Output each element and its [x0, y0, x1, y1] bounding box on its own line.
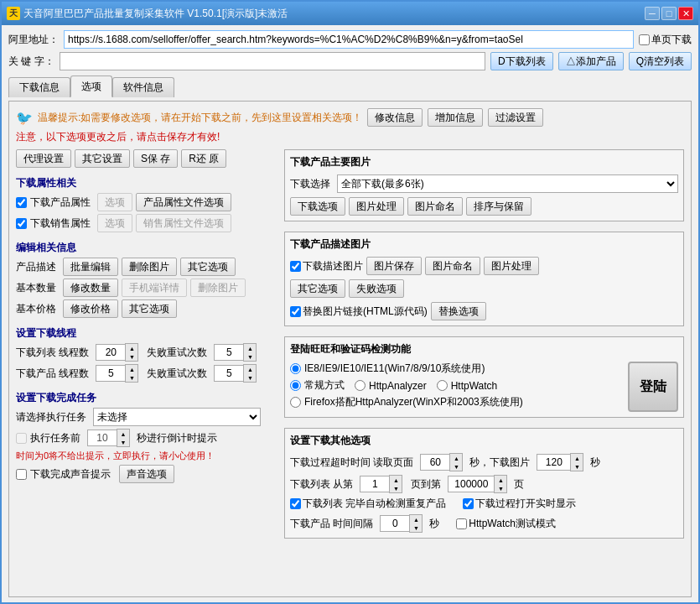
- add-info-button[interactable]: 增加信息: [428, 108, 483, 127]
- tab-options[interactable]: 选项: [70, 76, 112, 97]
- radio-firefox[interactable]: [290, 397, 301, 408]
- timeout-read-up[interactable]: ▲: [450, 454, 462, 462]
- thread-list-up[interactable]: ▲: [126, 344, 137, 352]
- list-from-input[interactable]: [360, 476, 389, 492]
- single-page-checkbox[interactable]: [639, 34, 650, 45]
- desc-other2-button[interactable]: 其它选项: [290, 279, 345, 298]
- price-other-button[interactable]: 其它选项: [122, 299, 177, 318]
- interval-down[interactable]: ▼: [410, 523, 422, 532]
- realtime-display-checkbox[interactable]: [463, 498, 474, 509]
- thread-list-retry-down[interactable]: ▼: [244, 352, 256, 361]
- sales-select-button[interactable]: 选项: [97, 214, 132, 232]
- download-list-button[interactable]: D下载列表: [490, 52, 553, 70]
- clear-list-button[interactable]: Q清空列表: [629, 52, 692, 70]
- thread-list-retry-up[interactable]: ▲: [244, 344, 256, 352]
- url-input[interactable]: [64, 30, 634, 49]
- delete-images-button[interactable]: 删除图片: [122, 258, 177, 276]
- download-sales-attr-checkbox[interactable]: [16, 218, 27, 229]
- thread-product-retry-down[interactable]: ▼: [244, 373, 256, 382]
- radio-watch[interactable]: [437, 380, 448, 391]
- desc-process-button[interactable]: 图片处理: [484, 257, 539, 275]
- attr-select-button[interactable]: 选项: [97, 193, 132, 211]
- download-product-attr-label: 下载产品属性: [30, 195, 91, 210]
- thread-list-input[interactable]: [96, 344, 125, 361]
- other-options-button[interactable]: 其它选项: [180, 258, 236, 276]
- delete-qty-img-button[interactable]: 删除图片: [190, 279, 246, 297]
- batch-edit-button[interactable]: 批量编辑: [63, 258, 118, 276]
- interval-up[interactable]: ▲: [410, 515, 422, 523]
- thread-label: 设置下载线程: [16, 326, 276, 341]
- list-from-down[interactable]: ▼: [390, 484, 402, 492]
- timeout-img-input[interactable]: [537, 454, 570, 471]
- interval-input[interactable]: [380, 515, 409, 532]
- download-options-button[interactable]: 下载选项: [290, 197, 345, 216]
- timeout-read-down[interactable]: ▼: [450, 462, 462, 471]
- single-page-checkbox-row: 单页下载: [639, 33, 692, 47]
- list-to-up[interactable]: ▲: [495, 476, 506, 484]
- download-product-attr-checkbox[interactable]: [16, 197, 27, 208]
- minimize-button[interactable]: ─: [645, 7, 660, 20]
- modify-qty-button[interactable]: 修改数量: [63, 279, 118, 297]
- tab-software-info[interactable]: 软件信息: [112, 77, 174, 97]
- replace-link-checkbox[interactable]: [290, 306, 301, 317]
- sound-options-button[interactable]: 声音选项: [119, 465, 174, 483]
- maximize-button[interactable]: □: [661, 7, 677, 20]
- before-task-down[interactable]: ▼: [117, 438, 129, 446]
- timeout-read-input[interactable]: [420, 454, 449, 471]
- task-select[interactable]: 未选择关机重启休眠: [93, 408, 261, 426]
- restore-button[interactable]: R还 原: [181, 149, 226, 168]
- thread-list-down[interactable]: ▼: [126, 352, 137, 361]
- before-task-checkbox[interactable]: [16, 433, 27, 444]
- image-process-button[interactable]: 图片处理: [349, 197, 404, 216]
- download-desc-checkbox[interactable]: [290, 261, 301, 272]
- thread-list-retry-spinner: ▲ ▼: [214, 343, 257, 362]
- attr-file-button[interactable]: 产品属性文件选项: [136, 193, 231, 211]
- other-settings-button[interactable]: 其它设置: [75, 149, 130, 168]
- sales-file-button[interactable]: 销售属性文件选项: [136, 214, 231, 232]
- timeout-img-down[interactable]: ▼: [571, 462, 583, 471]
- desc-fail-button[interactable]: 失败选项: [349, 279, 404, 298]
- modify-price-button[interactable]: 修改价格: [63, 299, 118, 318]
- auto-detect-checkbox[interactable]: [290, 498, 301, 509]
- list-range-row: 下载列表 从第 ▲ ▼ 页到第: [290, 475, 678, 493]
- sales-attr-row: 下载销售属性 选项 销售属性文件选项: [16, 214, 276, 232]
- save-button[interactable]: S保 存: [133, 149, 178, 168]
- list-to-down[interactable]: ▼: [495, 484, 506, 492]
- thread-product-input[interactable]: [96, 365, 125, 382]
- sound-checkbox[interactable]: [16, 469, 27, 480]
- thread-product-retry-up[interactable]: ▲: [244, 365, 256, 373]
- desc-name-button[interactable]: 图片命名: [425, 257, 480, 275]
- proxy-settings-button[interactable]: 代理设置: [16, 149, 71, 168]
- tab-download-info[interactable]: 下载信息: [8, 77, 70, 97]
- radio-ie-label: IE8/IE9/IE10/IE11(Win7/8/9/10系统使用): [304, 362, 485, 376]
- replace-options-button[interactable]: 替换选项: [431, 302, 486, 320]
- close-button[interactable]: ✕: [678, 7, 693, 20]
- modify-info-button[interactable]: 修改信息: [367, 108, 423, 127]
- keyword-input[interactable]: [60, 52, 485, 70]
- before-task-up[interactable]: ▲: [117, 430, 129, 438]
- login-button[interactable]: 登陆: [628, 362, 678, 412]
- radio-http[interactable]: [355, 380, 366, 391]
- phone-detail-button[interactable]: 手机端详情: [122, 279, 187, 297]
- login-title: 登陆旺旺和验证码检测功能: [290, 342, 678, 357]
- list-from-up[interactable]: ▲: [390, 476, 402, 484]
- filter-settings-button[interactable]: 过滤设置: [488, 108, 543, 127]
- httpwatch-checkbox[interactable]: [456, 518, 467, 529]
- options-two-col: 代理设置 其它设置 S保 存 R还 原 下载属性相关 下载产品属性 选项 产品属…: [16, 149, 684, 544]
- thread-product-down[interactable]: ▼: [126, 373, 137, 382]
- product-attr-row: 下载产品属性 选项 产品属性文件选项: [16, 193, 276, 211]
- thread-product-retry-input[interactable]: [214, 365, 243, 382]
- desc-save-button[interactable]: 图片保存: [366, 257, 422, 275]
- download-choice-select[interactable]: 全部下载(最多6张) 下载第1张 下载前2张 下载前3张: [337, 174, 678, 193]
- radio-normal[interactable]: [290, 380, 301, 391]
- thread-product-up[interactable]: ▲: [126, 365, 137, 373]
- image-name-button[interactable]: 图片命名: [407, 197, 463, 216]
- add-product-button[interactable]: △添加产品: [558, 52, 624, 70]
- radio-watch-label: HttpWatch: [451, 380, 498, 392]
- radio-ie[interactable]: [290, 363, 301, 374]
- sort-keep-button[interactable]: 排序与保留: [466, 197, 531, 216]
- before-task-input[interactable]: [87, 430, 117, 446]
- thread-list-retry-input[interactable]: [214, 344, 243, 361]
- list-to-input[interactable]: [448, 476, 494, 492]
- timeout-img-up[interactable]: ▲: [571, 454, 583, 462]
